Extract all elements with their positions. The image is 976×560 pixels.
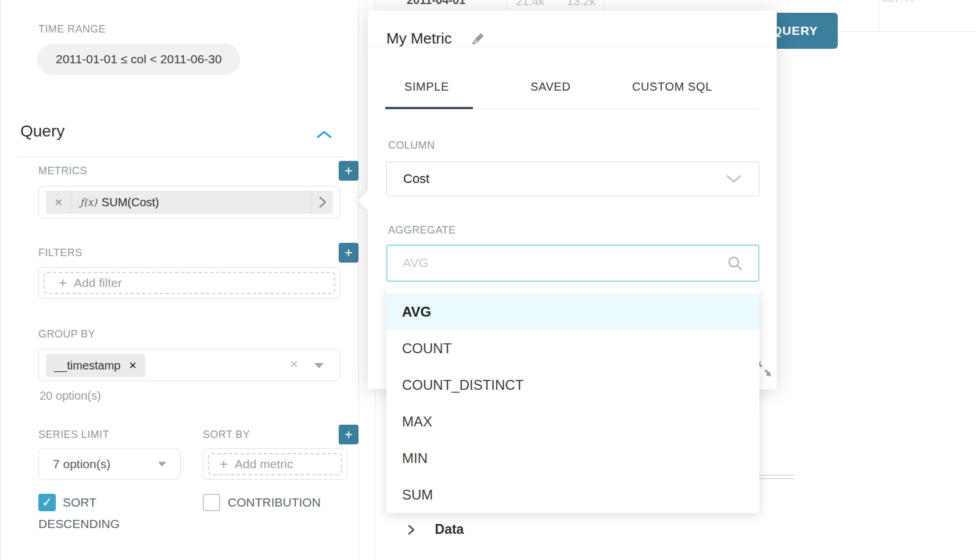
add-metric-plus-button[interactable]: + <box>339 161 358 181</box>
group-by-chip-label: __timestamp <box>54 359 121 372</box>
chip-remove-icon[interactable]: ✕ <box>129 360 137 372</box>
table-cell-value-1: 21.4k <box>516 0 544 8</box>
add-sort-metric-label: Add metric <box>235 457 293 471</box>
search-icon <box>727 255 743 271</box>
contribution-label: CONTRIBUTION <box>228 496 321 509</box>
active-tab-indicator <box>385 107 473 109</box>
table-cell-value-2: 13.2k <box>567 0 595 8</box>
add-filter-label: Add filter <box>74 276 122 290</box>
select-clear-icon[interactable]: × <box>290 356 298 372</box>
filters-container: + Add filter <box>38 267 340 299</box>
tab-saved[interactable]: SAVED <box>530 80 570 94</box>
tab-custom-sql[interactable]: CUSTOM SQL <box>632 80 712 94</box>
popover-arrow <box>358 191 378 210</box>
add-sort-metric-plus-button[interactable]: + <box>339 425 358 444</box>
aggregate-option-avg[interactable]: AVG <box>386 293 759 330</box>
select-caret-icon[interactable] <box>314 363 324 368</box>
metric-chip[interactable]: × ƒ(x) SUM(Cost) <box>46 191 333 214</box>
metrics-label: METRICS <box>38 165 87 177</box>
metric-chip-label: SUM(Cost) <box>102 196 159 209</box>
metric-title: My Metric <box>386 30 452 48</box>
add-filter-plus-button[interactable]: + <box>339 243 358 263</box>
add-filter-button[interactable]: + Add filter <box>44 272 335 294</box>
add-sort-metric-button[interactable]: + Add metric <box>208 453 342 475</box>
table-col-border-2 <box>604 0 605 10</box>
chevron-down-icon <box>725 174 742 184</box>
aggregate-option-count-distinct[interactable]: COUNT_DISTINCT <box>386 367 759 403</box>
series-limit-select[interactable]: 7 option(s) <box>38 448 181 480</box>
metric-remove-icon[interactable]: × <box>46 196 71 209</box>
query-collapse-chevron-icon[interactable] <box>316 129 332 141</box>
group-by-select[interactable]: __timestamp ✕ × <box>38 349 340 381</box>
aggregate-input-wrapper[interactable] <box>386 245 759 282</box>
time-range-pill[interactable]: 2011-01-01 ≤ col < 2011-06-30 <box>38 44 240 74</box>
data-expand-chevron-icon[interactable] <box>407 523 419 536</box>
sort-by-label: SORT BY <box>203 429 250 441</box>
tab-simple[interactable]: SIMPLE <box>404 80 449 94</box>
metric-chip-caret[interactable] <box>311 191 333 214</box>
metrics-container: × ƒ(x) SUM(Cost) <box>38 186 340 218</box>
data-panel-label: Data <box>435 522 464 537</box>
aggregate-option-max[interactable]: MAX <box>386 403 759 440</box>
plus-icon: + <box>220 456 228 472</box>
column-value: Cost <box>403 171 429 186</box>
edit-pencil-icon[interactable] <box>470 31 485 46</box>
plus-icon: + <box>59 275 67 291</box>
query-section-title: Query <box>20 122 64 141</box>
chevron-right-icon <box>312 195 333 209</box>
data-panel-header[interactable]: Data <box>407 522 464 537</box>
sort-by-container: + Add metric <box>203 448 347 480</box>
aggregate-option-count[interactable]: COUNT <box>386 330 759 367</box>
contribution-control[interactable]: CONTRIBUTION <box>203 494 321 511</box>
explore-control-panel: TIME RANGE 2011-01-01 ≤ col < 2011-06-30… <box>0 0 359 560</box>
popover-divider <box>368 48 777 48</box>
group-by-label: GROUP BY <box>38 328 95 340</box>
aggregate-options-dropdown: AVG COUNT COUNT_DISTINCT MAX MIN SUM <box>386 289 759 513</box>
group-by-options-hint: 20 option(s) <box>40 389 101 403</box>
table-cell-value-3: 327.77 <box>882 0 916 5</box>
function-icon: ƒ(x) <box>80 196 97 208</box>
aggregate-option-sum[interactable]: SUM <box>386 476 759 513</box>
aggregate-input[interactable] <box>403 256 727 271</box>
select-caret-icon <box>158 462 166 466</box>
table-col-border-4 <box>879 0 880 31</box>
series-limit-label: SERIES LIMIT <box>38 429 109 441</box>
group-by-chip[interactable]: __timestamp ✕ <box>46 354 145 377</box>
series-limit-value: 7 option(s) <box>53 457 110 471</box>
column-label: COLUMN <box>388 139 435 152</box>
table-cell-timestamp: 2011-04-01 <box>407 0 465 7</box>
time-range-label: TIME RANGE <box>38 23 106 35</box>
aggregate-label: AGGREGATE <box>388 224 455 236</box>
sort-descending-checkbox[interactable]: ✓ <box>38 494 56 511</box>
table-col-border-1 <box>507 0 507 10</box>
section-divider <box>18 157 343 157</box>
aggregate-option-min[interactable]: MIN <box>386 440 759 476</box>
column-select[interactable]: Cost <box>386 161 759 196</box>
filters-label: FILTERS <box>38 247 82 259</box>
contribution-checkbox[interactable] <box>203 494 220 511</box>
chip-divider <box>71 191 72 214</box>
sort-descending-control[interactable]: ✓SORT DESCENDING <box>38 491 137 534</box>
